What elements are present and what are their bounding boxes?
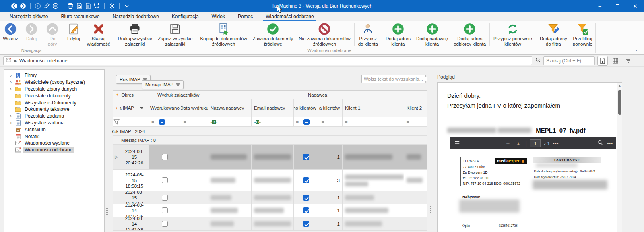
- row-expander[interactable]: [113, 217, 120, 231]
- tab-narzędzia-dodatkowe[interactable]: Narzędzia dodatkowe: [106, 12, 165, 21]
- minimize-button[interactable]: –: [591, 0, 609, 12]
- cell-przypisano[interactable]: [294, 191, 319, 204]
- ribbon-button-dodaj-adresy-do-filtra[interactable]: Dodaj adresy do filtra: [537, 21, 570, 47]
- printed-checkbox[interactable]: [162, 177, 168, 183]
- printed-checkbox[interactable]: [162, 221, 168, 227]
- expand-chevron-icon[interactable]: ›: [8, 73, 13, 78]
- cell-przypisano[interactable]: [294, 145, 319, 170]
- add-circle-icon[interactable]: [34, 2, 41, 10]
- grid-customize-icon[interactable]: ✦: [116, 93, 119, 97]
- column-header-data-wydruku[interactable]: Data wydruku: [181, 99, 208, 117]
- tab-pomoc[interactable]: Pomoc: [231, 12, 259, 21]
- ribbon-button-zawiera-dokumenty-źródłowe[interactable]: Zawiera dokumenty źródłowe: [250, 21, 296, 47]
- ribbon-button-przefiltruj-ponownie[interactable]: Przefiltruj ponownie: [570, 21, 595, 47]
- column-header-liczba-klientów[interactable]: Liczba klientów: [319, 99, 343, 117]
- tab-widok[interactable]: Widok: [205, 12, 231, 21]
- printed-checkbox[interactable]: [162, 207, 168, 213]
- pdf-page-input[interactable]: 1: [530, 139, 541, 147]
- back-circle-icon[interactable]: [10, 2, 18, 10]
- band-header-okres[interactable]: ✦Okres: [113, 91, 149, 99]
- tab-wiadomości-odebrane[interactable]: Wiadomości odebrane: [259, 12, 320, 21]
- gear-icon[interactable]: [108, 2, 116, 10]
- group-row[interactable]: Rok IMAP : 2024: [113, 127, 427, 136]
- assigned-checkbox[interactable]: [303, 177, 309, 183]
- tree-item-wszystkie-e-dokumenty[interactable]: Wszystkie e-Dokumenty: [4, 99, 104, 106]
- band-header-wydruk-załączników[interactable]: Wydruk załączników: [149, 91, 208, 99]
- ribbon-button-drukuj-wszystkie-załączniki[interactable]: Drukuj wszystkie załączniki: [115, 21, 155, 47]
- column-header-data-imap[interactable]: Data IMAP: [120, 99, 149, 117]
- tree-item-firmy[interactable]: › Firmy: [4, 72, 104, 79]
- message-row[interactable]: 2024-08-1513:17:571: [113, 191, 427, 204]
- ribbon-button-dodaj-nadawcę-klienta[interactable]: Dodaj nadawcę klienta: [413, 21, 451, 47]
- indeterminate-checkbox[interactable]: [159, 119, 165, 125]
- tree-item-wszystkie-zadania[interactable]: › Wszystkie zadania: [4, 120, 104, 126]
- preview-scrollbar[interactable]: ▲: [617, 83, 622, 232]
- tree-item-dokumenty-tekstowe[interactable]: Dokumenty tekstowe: [4, 106, 104, 113]
- page-export-icon[interactable]: [85, 2, 92, 10]
- left-splitter-grip[interactable]: [106, 208, 108, 218]
- pdf-menu-button[interactable]: •••: [607, 141, 613, 146]
- message-row[interactable]: 2024-08-1414:37:361: [113, 204, 427, 217]
- row-expander[interactable]: ▷: [113, 145, 120, 170]
- ribbon-button-nie-zawiera-dokumentów-źródłowych[interactable]: Nie zawiera dokumentów źródłowych: [296, 21, 353, 47]
- filter-cell-nazwa-nadawcy[interactable]: aBc: [208, 117, 252, 127]
- equals-operator-icon[interactable]: =: [407, 120, 409, 124]
- export-document-button[interactable]: [597, 56, 608, 66]
- group-chip-miesiac-imap[interactable]: Miesiąc IMAP: [142, 80, 184, 89]
- tree-item-archiwum[interactable]: Archiwum: [4, 126, 104, 133]
- pdf-zoom-in-button[interactable]: +: [515, 140, 522, 147]
- assigned-checkbox[interactable]: [303, 207, 309, 213]
- expand-chevron-icon[interactable]: ›: [8, 114, 13, 118]
- assigned-checkbox[interactable]: [303, 195, 309, 201]
- refresh-icon[interactable]: [93, 2, 101, 10]
- ribbon-button-dodaj-adres-klienta[interactable]: Dodaj adres klienta: [383, 21, 413, 47]
- global-search-input[interactable]: [543, 56, 595, 65]
- message-row[interactable]: 2024-08-1412:41:381: [113, 217, 427, 231]
- forward-circle-icon[interactable]: [19, 2, 27, 10]
- grid-search-input[interactable]: [362, 77, 427, 81]
- cell-wydrukowano[interactable]: [149, 145, 181, 170]
- tree-item-właściciele-osoby-fizyczne[interactable]: › Właściciele (osoby fizyczne): [4, 79, 104, 86]
- tree-item-pozostałe-zadania[interactable]: › Pozostałe zadania: [4, 113, 104, 120]
- scroll-thumb[interactable]: [618, 90, 621, 115]
- cell-wydrukowano[interactable]: [149, 204, 181, 217]
- cell-przypisano[interactable]: [294, 204, 319, 217]
- ribbon-button-skasuj-wiadomość[interactable]: Skasuj wiadomość: [84, 21, 113, 47]
- maximize-button[interactable]: [609, 0, 626, 12]
- tab-biuro-rachunkowe[interactable]: Biuro rachunkowe: [54, 12, 106, 21]
- group-row[interactable]: Miesiąc IMAP : 8: [113, 136, 427, 145]
- cell-wydrukowano[interactable]: [149, 217, 181, 231]
- equals-operator-icon[interactable]: =: [345, 120, 347, 124]
- row-expander[interactable]: [113, 204, 120, 217]
- cell-przypisano[interactable]: [294, 217, 319, 231]
- message-row[interactable]: ▷2024-08-1520:42:261: [113, 145, 427, 170]
- filter-options-button[interactable]: [623, 56, 634, 66]
- printer-icon[interactable]: [67, 2, 74, 10]
- ribbon-button-zapisz-wszystkie-załączniki[interactable]: Zapisz wszystkie załączniki: [155, 21, 195, 47]
- ribbon-button-do-góry[interactable]: Do góry: [42, 21, 63, 47]
- ribbon-collapse-chevron[interactable]: ⌄: [634, 46, 638, 52]
- tree-item-wiadomości-wysłane[interactable]: Wiadomości wysłane: [4, 140, 104, 147]
- pencil-icon[interactable]: [43, 2, 50, 10]
- ribbon-button-edytuj[interactable]: Edytuj: [63, 21, 84, 47]
- ribbon-button-przypisz-do-klienta[interactable]: Przypisz do klienta: [355, 21, 381, 47]
- close-button[interactable]: ✕: [626, 0, 644, 12]
- row-expander[interactable]: [113, 191, 120, 204]
- printed-checkbox[interactable]: [162, 195, 168, 201]
- assigned-checkbox[interactable]: [303, 154, 309, 160]
- equals-operator-icon[interactable]: =: [322, 120, 324, 124]
- band-header-nadawca[interactable]: Nadawca: [208, 91, 427, 99]
- tab-narzędzia-główne[interactable]: Narzędzia główne: [3, 12, 54, 21]
- chevron-down-icon[interactable]: [123, 2, 130, 10]
- filter-cell-klient-2[interactable]: =: [404, 117, 427, 127]
- tree-item-notatki[interactable]: Notatki: [4, 133, 104, 140]
- filter-cell-liczba-klientów[interactable]: =: [319, 117, 343, 127]
- column-header-klient-1[interactable]: Klient 1: [343, 99, 404, 117]
- tree-item-wiadomości-odebrane[interactable]: Wiadomości odebrane: [4, 147, 104, 153]
- column-header-klient-2[interactable]: Klient 2: [404, 99, 427, 117]
- pdf-zoom-out-button[interactable]: −: [504, 140, 512, 147]
- scroll-up-arrow[interactable]: ▲: [617, 83, 622, 87]
- pdf-toc-icon[interactable]: [452, 141, 462, 146]
- pdf-search-icon[interactable]: [597, 140, 603, 147]
- attachment-row[interactable]: _MEPL1_07_fv.pdf: [447, 127, 622, 134]
